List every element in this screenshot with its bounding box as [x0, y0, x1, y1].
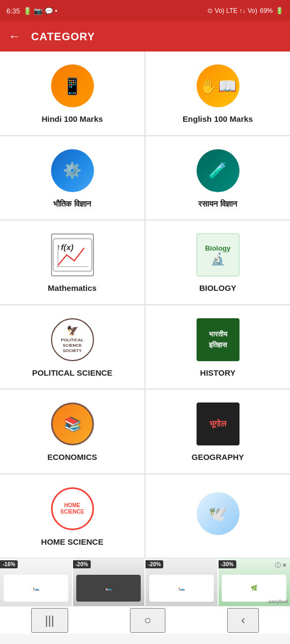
economics-label: ECONOMICS: [47, 452, 97, 463]
ad-badge-3: -20%: [146, 560, 163, 568]
svg-text:↑f(x): ↑f(x): [56, 243, 73, 252]
hindi-icon: 📱: [51, 64, 94, 107]
status-icons: 🔋 📷 💬 •: [23, 7, 57, 15]
nav-bar: ||| ○ ‹: [0, 606, 290, 634]
economics-icon: 📚: [51, 402, 94, 445]
chemistry-icon: 🧪: [197, 149, 240, 192]
nav-back-button[interactable]: ‹: [227, 608, 259, 633]
category-item-mathematics[interactable]: ↑f(x) Mathematics: [0, 221, 144, 304]
status-right: ⊙ Vo) LTE ↑↓ Vo) 69% 🔋: [207, 7, 284, 14]
geography-label: GEOGRAPHY: [192, 452, 244, 463]
category-item-economics[interactable]: 📚 ECONOMICS: [0, 390, 144, 473]
app-bar: ← CATEGORY: [0, 21, 290, 52]
ad-close-button[interactable]: ⓘ ✕: [275, 561, 287, 569]
nav-home-button[interactable]: ○: [130, 608, 165, 633]
homescience-label: HOME SCIENCE: [41, 537, 104, 547]
polsci-icon: 🦅 POLITICALSCIENCESOCIETY: [51, 318, 94, 361]
battery-icon: 🔋: [276, 7, 284, 14]
biology-label: BIOLOGY: [199, 283, 236, 294]
page-title: CATEGORY: [31, 31, 95, 43]
ad-banner: ⓘ ✕ -16% 🛏️ -20% 🛏️ -20% 🛏️ -30% 🌿: [0, 558, 290, 606]
status-bar: 6:35 🔋 📷 💬 • ⊙ Vo) LTE ↑↓ Vo) 69% 🔋: [0, 0, 290, 21]
english-icon: ✋📖: [197, 64, 240, 107]
history-label: HISTORY: [200, 368, 236, 378]
status-network: ⊙ Vo) LTE ↑↓ Vo): [207, 7, 257, 14]
category-item-biology[interactable]: Biology 🔬 BIOLOGY: [146, 221, 290, 304]
category-item-history[interactable]: भारतीयइतिहास HISTORY: [146, 305, 290, 389]
hindi-label: Hindi 100 Marks: [41, 114, 103, 125]
ad-badge-4: -30%: [219, 560, 236, 568]
category-item-extra[interactable]: 🕊️: [146, 474, 290, 558]
ad-info-icon: ⓘ: [275, 561, 281, 569]
ad-items: -16% 🛏️ -20% 🛏️ -20% 🛏️ -30% 🌿 easybed: [0, 558, 290, 606]
category-item-chemistry[interactable]: 🧪 रसायन विज्ञान: [146, 136, 290, 220]
category-item-english[interactable]: ✋📖 English 100 Marks: [146, 52, 290, 135]
polsci-label: POLITICAL SCIENCE: [32, 368, 113, 378]
ad-logo: easybed: [269, 599, 288, 604]
physics-icon: ⚙️: [51, 149, 94, 192]
category-item-geography[interactable]: भूगोल GEOGRAPHY: [146, 390, 290, 473]
status-battery: 69%: [260, 7, 273, 14]
history-icon: भारतीयइतिहास: [197, 318, 240, 361]
status-time: 6:35: [6, 7, 20, 15]
nav-recent-button[interactable]: |||: [31, 608, 68, 633]
biology-icon: Biology 🔬: [197, 233, 240, 276]
ad-badge-2: -20%: [73, 560, 91, 568]
chemistry-label: रसायन विज्ञान: [198, 199, 237, 209]
category-grid: 📱 Hindi 100 Marks ✋📖 English 100 Marks ⚙…: [0, 52, 290, 558]
back-button[interactable]: ←: [9, 30, 20, 43]
mathematics-label: Mathematics: [48, 283, 97, 294]
geography-icon: भूगोल: [197, 402, 240, 445]
mathematics-icon: ↑f(x): [51, 233, 94, 276]
category-item-physics[interactable]: ⚙️ भौतिक विज्ञान: [0, 136, 144, 220]
homescience-icon: HOMESCIENCE: [51, 487, 94, 530]
category-item-hindi[interactable]: 📱 Hindi 100 Marks: [0, 52, 144, 135]
status-left: 6:35 🔋 📷 💬 •: [6, 7, 57, 15]
ad-close-icon[interactable]: ✕: [282, 562, 287, 569]
ad-badge-1: -16%: [0, 560, 18, 568]
category-item-polsci[interactable]: 🦅 POLITICALSCIENCESOCIETY POLITICAL SCIE…: [0, 305, 144, 389]
ad-item-2[interactable]: -20% 🛏️: [73, 558, 145, 606]
ad-item-1[interactable]: -16% 🛏️: [0, 558, 72, 606]
physics-label: भौतिक विज्ञान: [53, 199, 91, 209]
ad-item-3[interactable]: -20% 🛏️: [146, 558, 218, 606]
english-label: English 100 Marks: [183, 114, 253, 125]
category-item-homescience[interactable]: HOMESCIENCE HOME SCIENCE: [0, 474, 144, 558]
extra-icon: 🕊️: [197, 492, 240, 535]
